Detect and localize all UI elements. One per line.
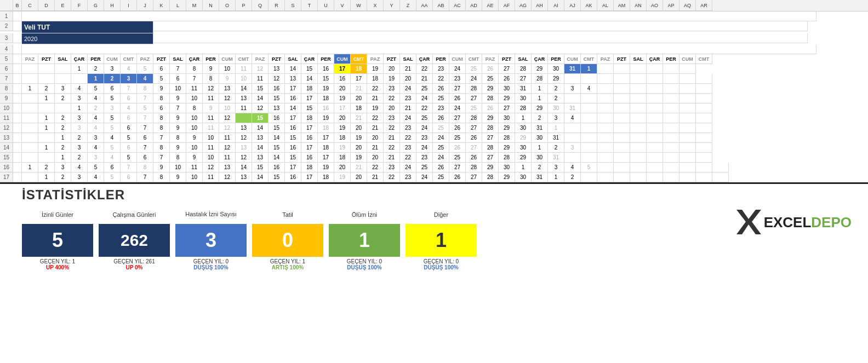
stat-label-diger: Diğer bbox=[434, 207, 448, 222]
r2-b bbox=[13, 21, 22, 31]
col-an: AN bbox=[630, 0, 647, 11]
stat-value-diger: 1 bbox=[406, 224, 477, 257]
rownum-4: 4 bbox=[0, 44, 13, 54]
row-16: 16 1 2 3 4 5 6 7 8 9 10 11 12 13 14 15 1… bbox=[0, 163, 868, 172]
stat-change-tatil: ARTIŞ 100% bbox=[272, 264, 304, 270]
col-r: R bbox=[269, 0, 285, 11]
stat-card-izinli: İzinli Günler 5 GEÇEN YIL: 1 UP 400% bbox=[22, 207, 93, 270]
stat-prev-tatil: GEÇEN YIL: 1 bbox=[270, 258, 305, 264]
row-2: 2 Veli TUT bbox=[0, 21, 868, 33]
col-af: AF bbox=[499, 0, 515, 11]
day-h-cmt4: CMT bbox=[466, 54, 482, 64]
col-ak: AK bbox=[581, 0, 597, 11]
stats-cards-container: İzinli Günler 5 GEÇEN YIL: 1 UP 400% Çal… bbox=[22, 207, 863, 270]
stat-prev-hastalik: GEÇEN YIL: 0 bbox=[193, 258, 229, 264]
day-h-pzt4: PZT bbox=[384, 54, 400, 64]
day-h-cmt3: CMT bbox=[351, 54, 367, 64]
rownum-9: 9 bbox=[0, 94, 13, 103]
r5-b bbox=[13, 54, 22, 64]
col-c: C bbox=[22, 0, 38, 11]
stat-card-diger: Diğer 1 GEÇEN YIL: 0 DÜŞÜŞ 100% bbox=[406, 207, 477, 270]
day-h-pzt1: PZT bbox=[38, 54, 55, 64]
col-d: D bbox=[38, 0, 55, 11]
col-aj: AJ bbox=[564, 0, 581, 11]
stat-change-izinli: UP 400% bbox=[46, 264, 69, 270]
col-g: G bbox=[88, 0, 104, 11]
day-h-cum1: CUM bbox=[104, 54, 121, 64]
stat-value-izinli: 5 bbox=[22, 224, 93, 257]
rownum-17: 17 bbox=[0, 172, 13, 182]
col-u: U bbox=[318, 0, 334, 11]
day-h-cmt1: CMT bbox=[121, 54, 137, 64]
day-h-cmt5: CMT bbox=[581, 54, 597, 64]
day-h-pzt3: PZT bbox=[269, 54, 285, 64]
col-j: J bbox=[137, 0, 153, 11]
rownum-1: 1 bbox=[0, 11, 13, 21]
row-15: 15 1 2 3 4 5 6 7 8 9 10 11 12 13 14 15 1… bbox=[0, 153, 868, 163]
day-h-cmt2: CMT bbox=[236, 54, 252, 64]
r3-rest bbox=[153, 33, 808, 43]
col-n: N bbox=[203, 0, 219, 11]
col-z: Z bbox=[400, 0, 416, 11]
day-h-per5: PER bbox=[548, 54, 564, 64]
col-ai: AI bbox=[548, 0, 564, 11]
col-t: T bbox=[301, 0, 318, 11]
col-ao: AO bbox=[647, 0, 663, 11]
row-6: 6 1 2 3 4 5 6 7 8 9 10 11 12 13 14 15 16… bbox=[0, 64, 868, 74]
user-name: Veli TUT bbox=[22, 21, 153, 33]
stat-label-olum: Ölüm İzni bbox=[352, 207, 377, 222]
day-h-cum5: CUM bbox=[564, 54, 581, 64]
day-h-paz3: PAZ bbox=[252, 54, 269, 64]
day-h-car2: ÇAR bbox=[186, 54, 203, 64]
day-h-pzt2: PZT bbox=[153, 54, 170, 64]
r2-rest bbox=[153, 21, 808, 31]
day-h-cmt6: CMT bbox=[696, 54, 712, 64]
rownum-8: 8 bbox=[0, 84, 13, 94]
rownum-12: 12 bbox=[0, 123, 13, 133]
col-m: M bbox=[186, 0, 203, 11]
day-h-paz6: PAZ bbox=[597, 54, 614, 64]
stat-prev-olum: GEÇEN YIL: 0 bbox=[347, 258, 382, 264]
col-f: F bbox=[71, 0, 88, 11]
col-ae: AE bbox=[482, 0, 499, 11]
stat-prev-diger: GEÇEN YIL: 0 bbox=[424, 258, 459, 264]
stat-change-hastalik: DÜŞÜŞ 100% bbox=[193, 264, 228, 270]
row-12: 12 1 2 3 4 5 6 7 8 9 10 11 12 13 14 15 1… bbox=[0, 123, 868, 133]
day-h-paz4: PAZ bbox=[367, 54, 384, 64]
day-h-sal1: SAL bbox=[55, 54, 71, 64]
col-w: W bbox=[351, 0, 367, 11]
day-h-sal6: SAL bbox=[630, 54, 647, 64]
col-p: P bbox=[236, 0, 252, 11]
day-h-sal4: SAL bbox=[400, 54, 416, 64]
col-q: Q bbox=[252, 0, 269, 11]
stat-card-hastalik: Hastalık İzni Sayısı 3 GEÇEN YIL: 0 DÜŞÜ… bbox=[175, 207, 247, 270]
day-h-car1: ÇAR bbox=[71, 54, 88, 64]
day-h-per3: PER bbox=[318, 54, 334, 64]
day-h-paz5: PAZ bbox=[482, 54, 499, 64]
rownum-14: 14 bbox=[0, 143, 13, 153]
rownum-10: 10 bbox=[0, 103, 13, 113]
stat-label-izinli: İzinli Günler bbox=[42, 207, 73, 222]
col-x: X bbox=[367, 0, 384, 11]
stat-label-hastalik: Hastalık İzni Sayısı bbox=[185, 207, 237, 222]
stat-value-tatil: 0 bbox=[252, 224, 323, 257]
col-ap: AP bbox=[663, 0, 679, 11]
stat-label-tatil: Tatil bbox=[282, 207, 293, 222]
row-8: 8 1 2 3 4 5 6 7 8 9 10 11 12 13 14 15 16… bbox=[0, 84, 868, 94]
stat-value-hastalik: 3 bbox=[175, 224, 247, 257]
col-ah: AH bbox=[532, 0, 548, 11]
logo-area: EXCELDEPO bbox=[734, 207, 863, 237]
stat-prev-izinli: GEÇEN YIL: 1 bbox=[40, 258, 75, 264]
day-h-pzt6: PZT bbox=[614, 54, 630, 64]
stat-change-calisma: UP 0% bbox=[126, 264, 143, 270]
stat-change-diger: DÜŞÜŞ 100% bbox=[424, 264, 458, 270]
rownum-13: 13 bbox=[0, 133, 13, 143]
row-14: 14 1 2 3 4 5 6 7 8 9 10 11 12 13 14 15 1… bbox=[0, 143, 868, 153]
stat-card-calisma: Çalışma Günleri 262 GEÇEN YIL: 261 UP 0% bbox=[99, 207, 170, 270]
year-cell: 2020 bbox=[22, 33, 153, 44]
rownum-16: 16 bbox=[0, 163, 13, 172]
stat-prev-calisma: GEÇEN YIL: 261 bbox=[113, 258, 155, 264]
col-ad: AD bbox=[466, 0, 482, 11]
r3-b bbox=[13, 33, 22, 43]
day-h-cum4: CUM bbox=[449, 54, 466, 64]
